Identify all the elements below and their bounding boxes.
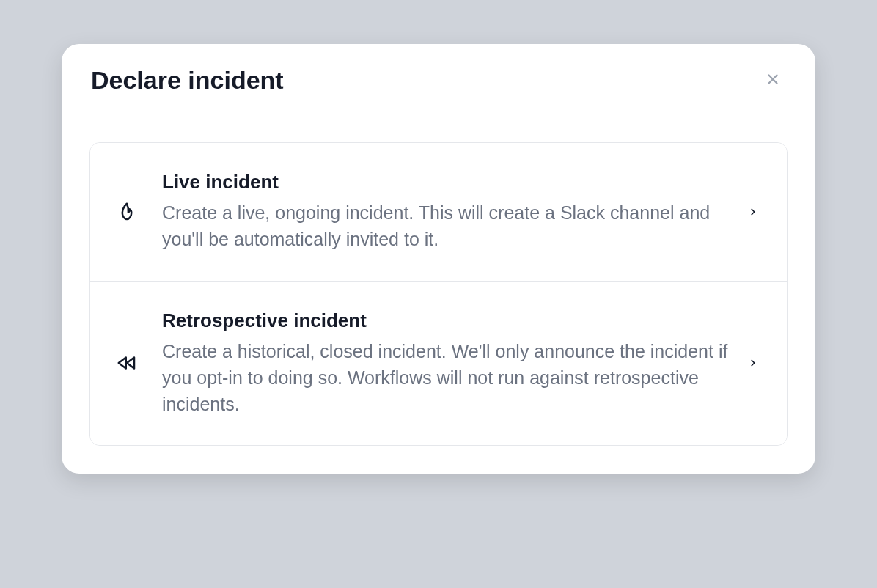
modal-header: Declare incident [62,44,815,117]
option-description: Create a historical, closed incident. We… [162,338,731,418]
fire-icon [112,201,142,223]
option-text: Live incident Create a live, ongoing inc… [142,171,746,253]
option-description: Create a live, ongoing incident. This wi… [162,199,731,253]
declare-incident-modal: Declare incident Live incident Create a … [62,44,815,474]
option-title: Retrospective incident [162,309,731,332]
option-live-incident[interactable]: Live incident Create a live, ongoing inc… [90,143,787,281]
modal-title: Declare incident [91,66,284,95]
close-button[interactable] [760,67,786,94]
chevron-right-icon [746,358,760,368]
close-icon [765,71,781,89]
option-text: Retrospective incident Create a historic… [142,309,746,418]
chevron-right-icon [746,207,760,217]
option-retrospective-incident[interactable]: Retrospective incident Create a historic… [90,281,787,446]
option-list: Live incident Create a live, ongoing inc… [89,142,788,446]
rewind-icon [112,352,142,374]
modal-body: Live incident Create a live, ongoing inc… [62,117,815,474]
option-title: Live incident [162,171,731,194]
